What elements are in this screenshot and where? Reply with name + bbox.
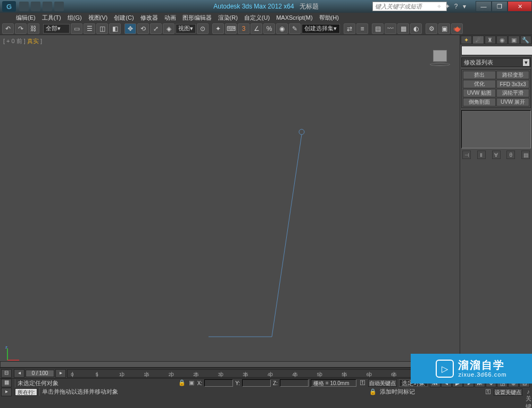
- row-label[interactable]: 所在行:: [15, 388, 37, 396]
- make-unique-icon[interactable]: ∀: [492, 151, 501, 159]
- mod-extrude[interactable]: 挤出: [463, 71, 496, 79]
- qat-button[interactable]: [31, 2, 40, 11]
- undo-button[interactable]: ↶: [2, 23, 14, 34]
- maximize-button[interactable]: ❐: [492, 1, 508, 12]
- mod-optimize[interactable]: 优化: [463, 80, 496, 88]
- material-editor-button[interactable]: ◐: [410, 23, 422, 34]
- menu-help[interactable]: 帮助(H): [319, 14, 339, 22]
- menu-animation[interactable]: 动画: [164, 14, 176, 22]
- object-name-input[interactable]: [461, 46, 532, 55]
- rotate-button[interactable]: ⟲: [137, 23, 149, 34]
- qat-button[interactable]: [19, 2, 29, 11]
- timeline-prev-button[interactable]: ◂: [14, 369, 24, 378]
- current-frame-display[interactable]: 0 / 100: [26, 370, 54, 377]
- help-icon[interactable]: ?: [452, 3, 460, 10]
- use-center-button[interactable]: ⊙: [197, 23, 209, 34]
- redo-button[interactable]: ↷: [15, 23, 27, 34]
- render-button[interactable]: 🫖: [451, 23, 463, 34]
- tab-motion[interactable]: ◉: [496, 36, 508, 44]
- schematic-view-button[interactable]: ▦: [397, 23, 409, 34]
- tab-modify[interactable]: ☄: [472, 36, 484, 44]
- menu-edit[interactable]: 编辑(E): [16, 14, 36, 22]
- coord-x-input[interactable]: [204, 379, 233, 387]
- window-crossing-button[interactable]: ◧: [109, 23, 121, 34]
- render-setup-button[interactable]: ⚙: [426, 23, 437, 34]
- set-key-button[interactable]: 设置关键点: [494, 388, 522, 396]
- keyboard-shortcuts-button[interactable]: ⌨: [225, 23, 237, 34]
- lock-icon[interactable]: 🔒: [178, 379, 186, 387]
- dropdown-icon[interactable]: ▾: [461, 3, 468, 10]
- menu-graph-editors[interactable]: 图形编辑器: [182, 14, 212, 22]
- spinner-snap-button[interactable]: ◉: [276, 23, 288, 34]
- menu-maxscript[interactable]: MAXScript(M): [276, 14, 312, 21]
- modifier-stack[interactable]: [461, 110, 531, 148]
- mod-ffd[interactable]: FFD 3x3x3: [496, 80, 529, 88]
- tab-display[interactable]: ▣: [508, 36, 519, 44]
- menu-modifiers[interactable]: 修改器: [140, 14, 158, 22]
- isolate-icon[interactable]: ▣: [188, 379, 195, 387]
- qat-button[interactable]: [43, 2, 52, 11]
- key-icon[interactable]: ⚿: [359, 379, 366, 387]
- key-filter-icon[interactable]: ♪ 关键点过滤器... ⏱ ⊕ ⊞ ✋ ⊙ ⛶: [525, 388, 532, 396]
- info-icon[interactable]: ⌖: [435, 3, 443, 10]
- align-button[interactable]: ≡: [356, 23, 368, 34]
- viewcube[interactable]: [430, 50, 450, 67]
- coord-y-input[interactable]: [242, 379, 271, 387]
- menu-group[interactable]: 组(G): [68, 14, 82, 22]
- tab-create[interactable]: ✦: [461, 36, 472, 44]
- qat-button[interactable]: [54, 2, 64, 11]
- percent-snap-button[interactable]: %: [263, 23, 275, 34]
- info-icon[interactable]: ✦: [444, 3, 451, 10]
- select-button[interactable]: ▭: [71, 23, 82, 34]
- mod-unwrap[interactable]: UVW 展开: [496, 98, 529, 106]
- snap-button[interactable]: 3: [238, 23, 250, 34]
- mod-bevelprofile[interactable]: 倒角剖面: [463, 98, 496, 106]
- viewport-scrollbar-h[interactable]: [0, 361, 460, 368]
- set-key-icon[interactable]: ⚿: [484, 388, 492, 396]
- ref-coord-button[interactable]: ◈: [163, 23, 174, 34]
- menu-rendering[interactable]: 渲染(R): [218, 14, 238, 22]
- mod-uvwmap[interactable]: UVW 贴图: [463, 89, 496, 97]
- menu-create[interactable]: 创建(C): [114, 14, 134, 22]
- configure-mod-icon[interactable]: ▤: [521, 151, 530, 159]
- lock-selection-icon[interactable]: 🔒: [369, 388, 377, 396]
- tab-hierarchy[interactable]: ♜: [485, 36, 496, 44]
- link-button[interactable]: ⛓: [28, 23, 39, 34]
- close-button[interactable]: ✕: [508, 1, 532, 12]
- mirror-button[interactable]: ⇄: [344, 23, 355, 34]
- tab-utilities[interactable]: 🔧: [520, 36, 531, 44]
- mini-listener-icon[interactable]: ▦: [1, 379, 12, 387]
- select-region-button[interactable]: ◫: [96, 23, 108, 34]
- coord-z-input[interactable]: [280, 379, 309, 387]
- menu-tools[interactable]: 工具(T): [42, 14, 61, 22]
- minimize-button[interactable]: —: [476, 1, 492, 12]
- remove-mod-icon[interactable]: θ: [506, 151, 515, 159]
- menu-customize[interactable]: 自定义(U): [244, 14, 270, 22]
- move-button[interactable]: ✥: [124, 23, 136, 34]
- scale-button[interactable]: ⤢: [150, 23, 162, 34]
- edit-named-sel-button[interactable]: ✎: [289, 23, 301, 34]
- app-icon[interactable]: G: [2, 1, 16, 12]
- manipulate-button[interactable]: ✦: [212, 23, 224, 34]
- ref-coord-combo[interactable]: 视图 ▾: [176, 24, 196, 34]
- curve-editor-button[interactable]: 〰: [385, 23, 396, 34]
- menu-views[interactable]: 视图(V): [88, 14, 108, 22]
- timeline-next-button[interactable]: ▸: [55, 369, 66, 378]
- prompt-icon[interactable]: ▸: [1, 388, 12, 396]
- named-selection-combo[interactable]: 创建选择集 ▾: [302, 24, 340, 34]
- layer-manager-button[interactable]: ▤: [372, 23, 384, 34]
- modifier-list-combo[interactable]: 修改器列表: [461, 57, 531, 67]
- select-by-name-button[interactable]: ☰: [84, 23, 95, 34]
- add-time-tag[interactable]: 添加时间标记: [379, 388, 416, 396]
- mod-turbosmooth[interactable]: 涡轮平滑: [496, 89, 529, 97]
- viewport[interactable]: [ + 0 前 ] 真实 ] z: [0, 35, 460, 368]
- rendered-frame-button[interactable]: ▣: [438, 23, 450, 34]
- auto-key-button[interactable]: 自动关键点: [368, 379, 397, 387]
- show-end-result-icon[interactable]: Ⅱ: [477, 151, 486, 159]
- key-filter-button[interactable]: 关键点过滤器...: [525, 395, 532, 408]
- mod-pathdeform[interactable]: 路径变形: [496, 71, 529, 79]
- selection-filter-combo[interactable]: 全部 ▾: [43, 24, 70, 34]
- pin-stack-icon[interactable]: ⊣: [462, 151, 471, 159]
- angle-snap-button[interactable]: ∠: [251, 23, 262, 34]
- viewport-label[interactable]: [ + 0 前 ] 真实 ]: [3, 37, 42, 45]
